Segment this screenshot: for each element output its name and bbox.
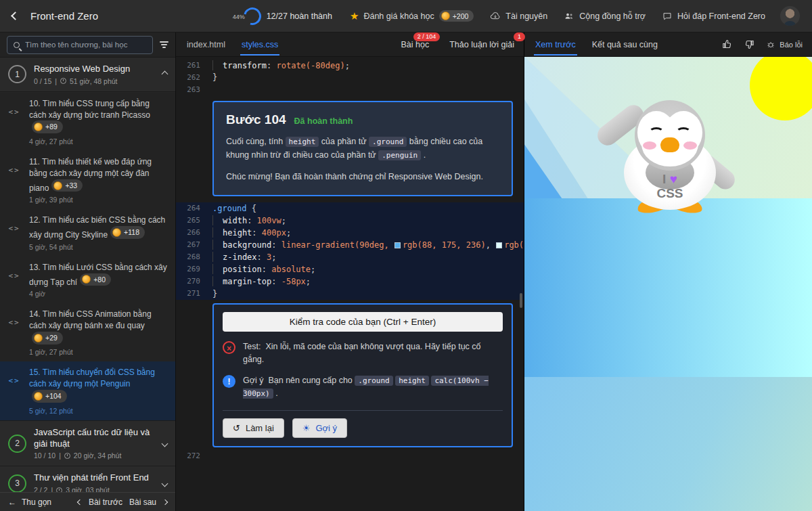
sidebar-scroll-area[interactable]: 1 Responsive Web Design 0 / 15| 51 giờ, … bbox=[0, 58, 175, 492]
code-line[interactable]: 267background: linear-gradient(90deg, rg… bbox=[176, 239, 524, 251]
resources-button[interactable]: Tài nguyên bbox=[490, 11, 547, 22]
lesson-item[interactable]: <>13. Tìm hiểu Lưới CSS bằng cách xây dự… bbox=[0, 257, 175, 303]
coin-icon bbox=[441, 12, 450, 20]
tab-index-html[interactable]: index.html bbox=[185, 33, 227, 55]
tab-preview[interactable]: Xem trước bbox=[534, 33, 577, 55]
chevron-right-icon bbox=[162, 499, 168, 504]
penguin-figure: I ♥ CSS bbox=[616, 100, 724, 222]
lesson-duration: 4 giờ bbox=[29, 290, 167, 298]
code-editor[interactable]: 261transform: rotate(-80deg);262}263 Bướ… bbox=[176, 57, 524, 511]
instruction-box: Bước 104 Đã hoàn thành Cuối cùng, tính h… bbox=[212, 101, 513, 196]
code-brackets-icon: <> bbox=[5, 309, 23, 356]
check-code-button[interactable]: Kiểm tra code của bạn (Ctrl + Enter) bbox=[223, 312, 503, 332]
collapse-button[interactable]: Thu gọn bbox=[22, 497, 51, 507]
hint-button[interactable]: ☀ Gợi ý bbox=[292, 418, 347, 438]
thumbs-up-icon[interactable] bbox=[721, 39, 733, 50]
search-box[interactable] bbox=[7, 36, 153, 54]
step-title: Bước 104 bbox=[226, 112, 286, 127]
code-brackets-icon: <> bbox=[5, 98, 23, 146]
inline-code: height bbox=[286, 137, 319, 147]
rate-course-label: Đánh giá khóa học bbox=[363, 12, 434, 21]
lessons-sidebar: 1 Responsive Web Design 0 / 15| 51 giờ, … bbox=[0, 32, 176, 511]
lesson-list: <>10. Tìm hiểu CSS trung cấp bằng cách x… bbox=[0, 93, 175, 420]
preview-viewport: I ♥ CSS bbox=[524, 57, 812, 511]
coin-icon bbox=[112, 228, 121, 237]
line-number: 261 bbox=[176, 61, 200, 70]
code-lines-bottom: 272 bbox=[176, 450, 524, 462]
ground-band bbox=[524, 198, 812, 377]
code-line[interactable]: 269position: absolute; bbox=[176, 263, 524, 275]
resources-label: Tài nguyên bbox=[505, 12, 547, 21]
editor-scrollbar[interactable] bbox=[520, 293, 522, 308]
code-line[interactable]: 264.ground { bbox=[176, 202, 524, 215]
inline-code: height bbox=[395, 376, 429, 386]
filter-icon[interactable] bbox=[160, 41, 168, 48]
user-avatar[interactable] bbox=[780, 6, 800, 26]
lesson-item[interactable]: <>15. Tìm hiểu chuyển đổi CSS bằng cách … bbox=[0, 361, 175, 420]
code-line[interactable]: 271} bbox=[176, 288, 524, 300]
indent-guide bbox=[212, 240, 218, 250]
indent-guide bbox=[212, 276, 218, 286]
rate-course-button[interactable]: ★ Đánh giá khóa học +200 bbox=[350, 10, 474, 22]
retry-button[interactable]: ↺ Làm lại bbox=[223, 418, 284, 438]
lesson-duration: 1 giờ, 27 phút bbox=[29, 348, 167, 356]
coin-icon bbox=[34, 392, 43, 401]
community-label: Cộng đồng hỗ trợ bbox=[579, 12, 646, 21]
report-bug-button[interactable]: Báo lỗi bbox=[766, 40, 803, 49]
tab-final-result[interactable]: Kết quả sau cùng bbox=[591, 33, 659, 55]
inline-code: .ground bbox=[369, 137, 407, 147]
discussion-link[interactable]: Thảo luận lời giải 1 bbox=[449, 40, 514, 49]
line-number: 272 bbox=[176, 451, 200, 460]
test-result-box: Kiểm tra code của bạn (Ctrl + Enter) × T… bbox=[212, 303, 513, 447]
thumbs-down-icon[interactable] bbox=[744, 39, 755, 50]
section-responsive-web-design[interactable]: 1 Responsive Web Design 0 / 15| 51 giờ, … bbox=[0, 58, 175, 92]
progress-ring-icon bbox=[240, 4, 265, 28]
tab-styles-css[interactable]: styles.css bbox=[240, 33, 279, 55]
retry-icon: ↺ bbox=[233, 423, 240, 433]
lesson-item[interactable]: <>11. Tìm hiểu thiết kế web đáp ứng bằng… bbox=[0, 151, 175, 209]
next-lesson-button[interactable]: Bài sau bbox=[129, 497, 156, 507]
back-icon[interactable] bbox=[11, 12, 20, 20]
lesson-duration: 5 giờ, 54 phút bbox=[29, 243, 167, 251]
lesson-coin-badge: +118 bbox=[110, 226, 145, 239]
section-meta: 0 / 15| 51 giờ, 48 phút bbox=[34, 77, 155, 85]
coin-icon bbox=[34, 123, 43, 131]
section-number: 1 bbox=[8, 65, 26, 83]
lesson-link[interactable]: Bài học 2 / 104 bbox=[401, 40, 430, 49]
section-title: Responsive Web Design bbox=[34, 64, 155, 75]
indent-guide bbox=[212, 264, 218, 274]
indent-guide bbox=[212, 215, 218, 225]
code-brackets-icon: <> bbox=[5, 215, 23, 250]
qa-button[interactable]: Hỏi đáp Front-end Zero bbox=[662, 11, 765, 22]
coin-icon bbox=[34, 334, 43, 342]
line-number: 271 bbox=[176, 289, 200, 298]
penguin-beak bbox=[660, 137, 679, 152]
code-line[interactable]: 262} bbox=[176, 71, 524, 83]
code-line[interactable]: 270margin-top: -58px; bbox=[176, 275, 524, 288]
rating-coin-badge: +200 bbox=[439, 10, 474, 22]
search-icon bbox=[14, 42, 20, 48]
code-line[interactable]: 265width: 100vw; bbox=[176, 215, 524, 227]
prev-lesson-button[interactable]: Bài trước bbox=[89, 497, 122, 507]
code-line[interactable]: 266height: 400px; bbox=[176, 227, 524, 239]
code-line[interactable]: 272 bbox=[176, 450, 524, 462]
inline-code: .penguin bbox=[378, 150, 421, 160]
sun-icon: ☀ bbox=[302, 423, 311, 433]
code-line[interactable]: 263 bbox=[176, 83, 524, 95]
community-button[interactable]: Cộng đồng hỗ trợ bbox=[564, 11, 646, 22]
line-number: 262 bbox=[176, 73, 200, 82]
search-input[interactable] bbox=[25, 41, 146, 49]
search-row bbox=[0, 32, 175, 58]
code-line[interactable]: 261transform: rotate(-80deg); bbox=[176, 59, 524, 71]
section-frontend-libraries[interactable]: 3 Thư viện phát triển Front End 2 / 2| 3… bbox=[0, 466, 175, 492]
lesson-item[interactable]: <>10. Tìm hiểu CSS trung cấp bằng cách x… bbox=[0, 93, 175, 151]
instruction-text: Cuối cùng, tính height của phần tử .grou… bbox=[226, 135, 499, 162]
lesson-coin-badge: +29 bbox=[32, 332, 63, 345]
hint-row: ! Gợi ýBạn nên cung cấp cho .ground heig… bbox=[223, 374, 503, 400]
section-javascript[interactable]: 2 JavaScript cấu trúc dữ liệu và giải th… bbox=[0, 420, 175, 467]
lower-background bbox=[524, 377, 812, 511]
lesson-item[interactable]: <>14. Tìm hiểu CSS Animation bằng cách x… bbox=[0, 303, 175, 361]
lesson-item[interactable]: <>12. Tìm hiểu các biến CSS bằng cách xâ… bbox=[0, 209, 175, 256]
code-line[interactable]: 268z-index: 3; bbox=[176, 251, 524, 263]
course-progress: 44% 12/27 hoàn thành bbox=[244, 7, 332, 25]
